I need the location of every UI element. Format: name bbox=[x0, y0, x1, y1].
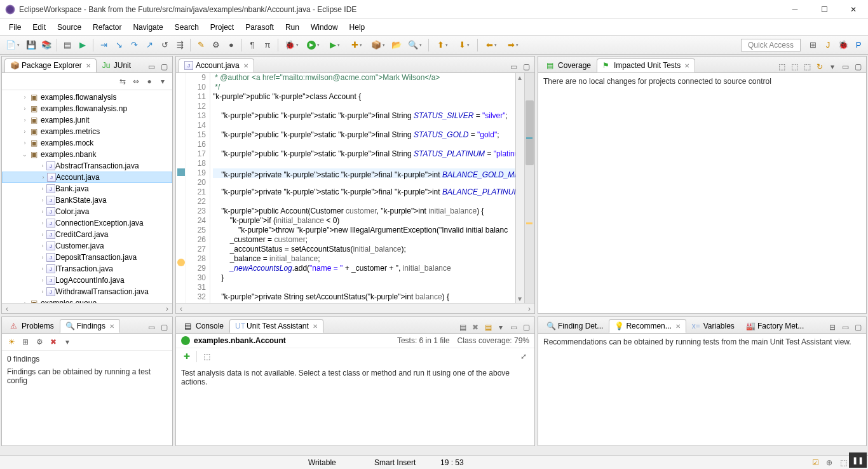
menu-source[interactable]: Source bbox=[52, 21, 86, 34]
editor-tab-account[interactable]: J Account.java ✕ bbox=[179, 58, 254, 72]
maximize-view-button[interactable]: ▢ bbox=[852, 322, 864, 333]
step-filters-button[interactable]: ⇶ bbox=[173, 38, 187, 52]
maximize-view-button[interactable]: ▢ bbox=[520, 322, 532, 333]
close-icon[interactable]: ✕ bbox=[243, 62, 248, 69]
forward-button[interactable]: ➡ bbox=[503, 38, 523, 52]
tree-file[interactable]: ›JLogAccountInfo.java bbox=[2, 275, 172, 286]
toggle-selection-button[interactable]: ▤ bbox=[60, 38, 74, 52]
close-icon[interactable]: ✕ bbox=[684, 62, 689, 69]
menu-file[interactable]: File bbox=[4, 21, 26, 34]
tree-package[interactable]: ⌄▣examples.nbank bbox=[2, 149, 172, 160]
tab-uta[interactable]: UT Unit Test Assistant ✕ bbox=[229, 319, 323, 333]
step-a-button[interactable]: ▶ bbox=[76, 38, 90, 52]
new-package-button[interactable]: 📦 bbox=[368, 38, 388, 52]
view-menu-button[interactable]: ▾ bbox=[827, 61, 838, 72]
tree-file[interactable]: ›JColor.java bbox=[2, 206, 172, 217]
show-whitespace-button[interactable]: π bbox=[261, 38, 275, 52]
drop-frame-button[interactable]: ↺ bbox=[158, 38, 172, 52]
menu-run[interactable]: Run bbox=[280, 21, 304, 34]
tree-file[interactable]: ›JCustomer.java bbox=[2, 240, 172, 252]
maximize-view-button[interactable]: ▢ bbox=[158, 322, 170, 333]
tree-file-selected[interactable]: ›JAccount.java bbox=[2, 172, 172, 183]
close-icon[interactable]: ✕ bbox=[109, 323, 114, 330]
tab-recommendations[interactable]: 💡 Recommen... ✕ bbox=[609, 319, 686, 333]
step-over-button[interactable]: ↷ bbox=[127, 38, 141, 52]
maximize-view-button[interactable]: ▢ bbox=[158, 61, 170, 72]
tree-file[interactable]: ›JITransaction.java bbox=[2, 263, 172, 275]
minimize-view-button[interactable]: ▭ bbox=[508, 322, 519, 333]
scroll-right-button[interactable]: › bbox=[524, 304, 534, 313]
debug-button[interactable]: 🐞 bbox=[281, 38, 302, 52]
marker-column[interactable] bbox=[176, 73, 186, 303]
link-editor-button[interactable]: ⇔ bbox=[130, 76, 142, 87]
minimize-view-button[interactable]: ▭ bbox=[839, 61, 851, 72]
coverage-button[interactable]: ▶ bbox=[325, 38, 345, 52]
package-tree[interactable]: ›▣examples.flowanalysis ›▣examples.flowa… bbox=[2, 90, 172, 303]
back-button[interactable]: ⬅ bbox=[481, 38, 501, 52]
focus-task-button[interactable]: ● bbox=[144, 76, 155, 87]
save-all-button[interactable]: 📚 bbox=[39, 38, 53, 52]
action-button[interactable]: ⬚ bbox=[776, 61, 787, 72]
uta-action-button[interactable]: ▤ bbox=[482, 322, 494, 333]
annotation-next-button[interactable]: ⬇ bbox=[454, 38, 474, 52]
action-button[interactable]: ⬚ bbox=[789, 61, 800, 72]
tab-finding-detail[interactable]: 🔍 Finding Det... bbox=[541, 319, 609, 333]
maximize-editor-button[interactable]: ▢ bbox=[520, 61, 532, 72]
tab-console[interactable]: ▤ Console bbox=[179, 319, 229, 333]
minimize-view-button[interactable]: ▭ bbox=[839, 322, 851, 333]
menu-help[interactable]: Help bbox=[344, 21, 370, 34]
findings-btn[interactable]: ✖ bbox=[48, 336, 59, 348]
tree-package[interactable]: ›▣examples.queue bbox=[2, 297, 172, 303]
tab-findings[interactable]: 🔍 Findings ✕ bbox=[60, 319, 120, 333]
java-perspective-button[interactable]: J bbox=[821, 38, 835, 52]
menu-search[interactable]: Search bbox=[170, 21, 204, 34]
collapse-all-button[interactable]: ⇆ bbox=[117, 76, 128, 87]
menu-window[interactable]: Window bbox=[306, 21, 343, 34]
tab-junit[interactable]: Ju JUnit bbox=[97, 58, 137, 72]
close-icon[interactable]: ✕ bbox=[86, 62, 91, 69]
tab-factory-methods[interactable]: 🏭 Factory Met... bbox=[740, 319, 810, 333]
parasoft-perspective-button[interactable]: P bbox=[851, 38, 865, 52]
new-java-button[interactable]: ✚ bbox=[346, 38, 367, 52]
findings-btn[interactable]: ⚙ bbox=[34, 336, 45, 348]
tree-package[interactable]: ›▣examples.flowanalysis.np bbox=[2, 103, 172, 114]
toggle-breakpoint-button[interactable]: ● bbox=[224, 38, 238, 52]
scroll-left-button[interactable]: ‹ bbox=[176, 304, 186, 313]
maximize-button[interactable]: ☐ bbox=[810, 0, 839, 19]
uta-expand-button[interactable]: ⤢ bbox=[518, 351, 529, 362]
uta-action-button[interactable]: ▤ bbox=[457, 322, 468, 333]
tree-package[interactable]: ›▣examples.mock bbox=[2, 137, 172, 149]
action-button[interactable]: ↻ bbox=[814, 61, 825, 72]
trim-button[interactable]: ⬚ bbox=[837, 457, 849, 468]
trim-button[interactable]: ☑ bbox=[810, 457, 821, 468]
minimize-editor-button[interactable]: ▭ bbox=[508, 61, 519, 72]
tree-file[interactable]: ›JWithdrawalTransaction.java bbox=[2, 286, 172, 297]
parasoft-test-button[interactable]: ✎ bbox=[194, 38, 208, 52]
tree-package[interactable]: ›▣examples.metrics bbox=[2, 126, 172, 137]
uta-action-button[interactable]: ✖ bbox=[470, 322, 481, 333]
minimize-view-button[interactable]: ▭ bbox=[146, 322, 157, 333]
tree-file[interactable]: ›JAbstractTransaction.java bbox=[2, 160, 172, 172]
tree-file[interactable]: ›JBankState.java bbox=[2, 194, 172, 206]
uta-add-button[interactable]: ✚ bbox=[181, 351, 193, 362]
annotation-prev-button[interactable]: ⬆ bbox=[432, 38, 452, 52]
vscrollbar[interactable]: ▴ ▾ bbox=[515, 73, 524, 303]
step-into-button[interactable]: ↘ bbox=[112, 38, 126, 52]
tree-file[interactable]: ›JBank.java bbox=[2, 183, 172, 194]
code-editor[interactable]: * @author <a href="mailto:mwilson@acme.c… bbox=[210, 73, 515, 303]
tab-package-explorer[interactable]: 📦 Package Explorer ✕ bbox=[4, 58, 97, 72]
findings-btn[interactable]: ⊞ bbox=[20, 336, 31, 348]
open-type-button[interactable]: 📂 bbox=[390, 38, 403, 52]
new-button[interactable]: 📄 bbox=[3, 38, 23, 52]
close-button[interactable]: ✕ bbox=[839, 0, 868, 19]
overview-ruler[interactable] bbox=[524, 73, 534, 303]
tab-variables[interactable]: x= Variables bbox=[686, 319, 740, 333]
menu-navigate[interactable]: Navigate bbox=[128, 21, 168, 34]
menu-parasoft[interactable]: Parasoft bbox=[240, 21, 279, 34]
maximize-view-button[interactable]: ▢ bbox=[852, 61, 864, 72]
open-perspective-button[interactable]: ⊞ bbox=[806, 38, 820, 52]
menu-refactor[interactable]: Refactor bbox=[88, 21, 126, 34]
scroll-left-button[interactable]: ‹ bbox=[2, 304, 12, 313]
toggle-mark-button[interactable]: ¶ bbox=[245, 38, 259, 52]
tree-file[interactable]: ›JConnectionException.java bbox=[2, 217, 172, 229]
